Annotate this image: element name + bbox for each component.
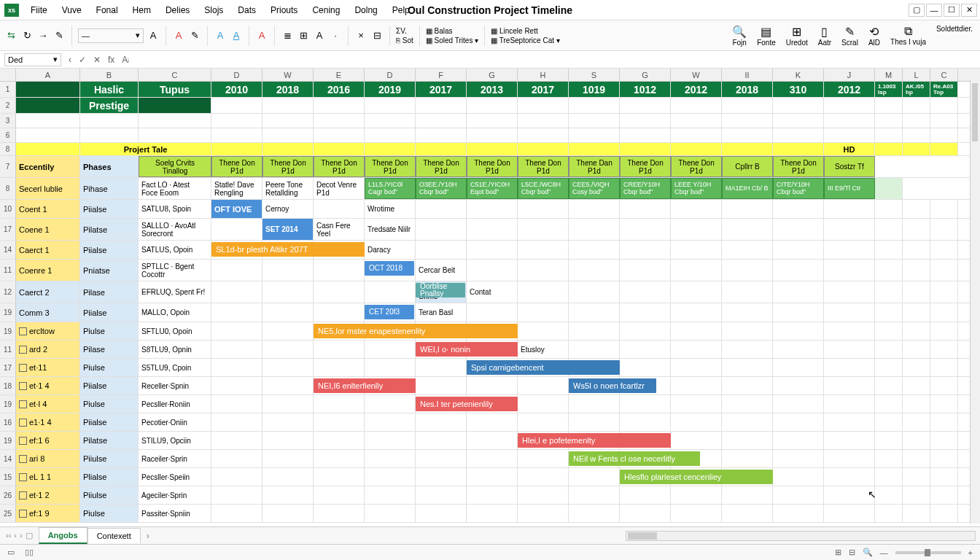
cell[interactable] [773, 128, 824, 142]
cell[interactable] [773, 432, 824, 449]
menu-slojs[interactable]: Slojs [197, 2, 230, 18]
cell[interactable] [416, 450, 467, 467]
cell[interactable] [518, 114, 569, 128]
row-header[interactable]: 14 [0, 450, 16, 467]
cell[interactable] [211, 260, 262, 281]
cell[interactable] [620, 200, 671, 218]
cell[interactable] [620, 486, 671, 504]
cell[interactable]: Phases [80, 156, 139, 177]
cell[interactable] [930, 505, 958, 522]
format-button[interactable]: ▦ TreSeptorice Cat ▾ [491, 36, 560, 44]
checkbox[interactable] [19, 346, 27, 354]
cell[interactable] [569, 413, 620, 431]
cell[interactable]: C51E./YIC0H Eqot bod" [467, 178, 518, 199]
cell[interactable] [211, 395, 262, 413]
cell[interactable]: CREE/Y10H Cbqr bod" [620, 178, 671, 199]
cell[interactable] [903, 200, 930, 218]
checkbox[interactable] [19, 364, 27, 372]
cell[interactable] [620, 98, 671, 113]
cell[interactable] [875, 377, 903, 394]
cell[interactable] [416, 359, 467, 376]
clear-icon[interactable]: × [354, 29, 368, 42]
cell[interactable] [365, 486, 416, 504]
cell[interactable] [16, 82, 80, 97]
cell[interactable] [722, 98, 773, 113]
col-header[interactable]: B [80, 69, 139, 81]
cell[interactable] [671, 114, 722, 128]
gantt-bar[interactable]: Hlesflo plarleset cencenliey [620, 470, 773, 484]
cell[interactable]: Statle! Dave Rengling [211, 178, 262, 199]
cell[interactable] [875, 260, 903, 281]
cell[interactable] [211, 468, 262, 486]
row-header[interactable]: 1 [0, 82, 16, 97]
cell[interactable] [722, 432, 773, 449]
cell[interactable] [671, 128, 722, 142]
cell[interactable]: SALLLO · AvoAtl Sorecront [139, 219, 211, 240]
cell[interactable] [416, 468, 467, 486]
cell[interactable]: Piialse [80, 200, 139, 218]
cell[interactable]: Thene Don P1d [211, 156, 262, 177]
cell[interactable] [518, 241, 569, 259]
gantt-bar[interactable]: OCT 2018 [365, 261, 414, 276]
cell[interactable] [314, 468, 365, 486]
cell[interactable] [211, 322, 262, 340]
cell[interactable]: Thene Don P1d [365, 156, 416, 177]
cell[interactable] [773, 114, 824, 128]
checkbox[interactable] [19, 491, 27, 499]
col-header[interactable]: F [416, 69, 467, 81]
cell[interactable] [620, 413, 671, 431]
cell[interactable] [262, 486, 314, 504]
cell[interactable]: et·1 4 [16, 377, 80, 394]
cell[interactable] [262, 322, 314, 340]
cell[interactable] [903, 486, 930, 504]
cell[interactable]: Comm 3 [16, 303, 80, 322]
cell[interactable]: III E9/Tl Ctr [824, 178, 875, 199]
cell[interactable] [671, 432, 722, 449]
cell[interactable] [416, 219, 467, 240]
scrollbar-thumb[interactable] [628, 532, 657, 540]
themes-button[interactable]: ⧉Thes I vuja [887, 25, 929, 47]
cell[interactable] [875, 450, 903, 467]
row-header[interactable]: 11 [0, 260, 16, 281]
cell[interactable]: Cernoy [262, 200, 314, 218]
cell[interactable] [671, 241, 722, 259]
cell[interactable] [314, 450, 365, 467]
cell[interactable] [824, 322, 875, 340]
cell[interactable] [722, 486, 773, 504]
cell[interactable] [671, 505, 722, 522]
cell[interactable] [903, 468, 930, 486]
cell[interactable] [211, 128, 262, 142]
cell[interactable]: Piiulse [80, 486, 139, 504]
cell[interactable] [773, 486, 824, 504]
cell[interactable] [139, 114, 211, 128]
delete-icon[interactable]: ⊟ [370, 29, 384, 42]
cell[interactable]: Tredsate Niilr [365, 219, 416, 240]
cell[interactable] [671, 303, 722, 322]
cell[interactable]: Coent 1 [16, 200, 80, 218]
cell[interactable] [824, 114, 875, 128]
cell[interactable] [569, 505, 620, 522]
cell[interactable]: O3EE./Y10H Cbqr bod" [416, 178, 467, 199]
cell[interactable]: CEE5./VIQH Cosy bod" [569, 178, 620, 199]
cell[interactable] [262, 281, 314, 303]
gantt-bar[interactable]: Ws5I o noen fcartlzr [569, 378, 656, 393]
cell[interactable]: Piialse [80, 377, 139, 394]
cell[interactable] [467, 432, 518, 449]
fb-clear-icon[interactable]: ✕ [93, 55, 101, 65]
cell[interactable] [930, 143, 958, 155]
cell[interactable] [875, 143, 903, 155]
cell[interactable] [518, 128, 569, 142]
sheet-tab-2[interactable]: Contexett [88, 528, 141, 543]
cell[interactable] [416, 505, 467, 522]
cell[interactable] [518, 468, 569, 486]
cell[interactable]: Coenre 1 [16, 260, 80, 281]
cell[interactable] [314, 486, 365, 504]
cell[interactable] [467, 114, 518, 128]
cell[interactable] [365, 450, 416, 467]
cell[interactable]: Fact LO · Atest Foce Eoom [139, 178, 211, 199]
menu-delies[interactable]: Delies [158, 2, 197, 18]
cell[interactable] [569, 219, 620, 240]
spreadsheet-grid[interactable]: A B C D W E D F G H S G W II K J M L C 1… [0, 69, 980, 526]
cell[interactable] [903, 322, 930, 340]
cell[interactable] [211, 377, 262, 394]
